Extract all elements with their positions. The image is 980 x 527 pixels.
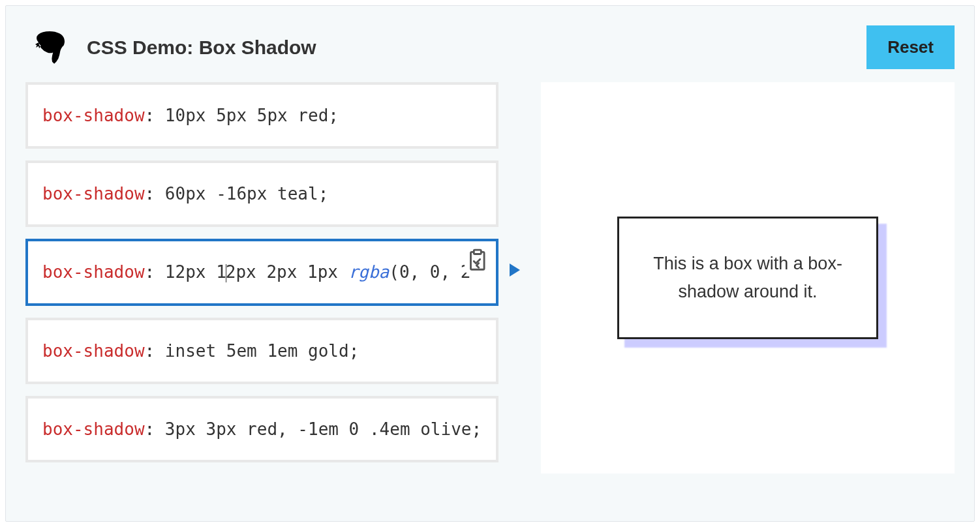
colon: : — [145, 106, 155, 125]
clipboard-icon[interactable] — [465, 248, 489, 273]
example-row: box-shadow: 12px 12px 2px 1px rgba(0, 0,… — [25, 239, 525, 306]
demo-box: This is a box with a box-shadow around i… — [617, 217, 878, 339]
examples-panel: box-shadow: 10px 5px 5px red; box-shadow… — [25, 82, 525, 474]
code-example-3[interactable]: box-shadow: 12px 12px 2px 1px rgba(0, 0,… — [25, 239, 498, 306]
colon: : — [145, 184, 155, 203]
css-property: box-shadow — [42, 184, 145, 203]
demo-container: CSS Demo: Box Shadow Reset box-shadow: 1… — [5, 5, 975, 522]
code-example-4[interactable]: box-shadow: inset 5em 1em gold; — [25, 318, 498, 384]
semicolon: ; — [349, 341, 360, 361]
css-property: box-shadow — [42, 419, 145, 439]
selected-arrow-icon — [505, 262, 525, 282]
semicolon: ; — [328, 106, 339, 125]
css-function: rgba — [348, 262, 390, 282]
example-row: box-shadow: 3px 3px red, -1em 0 .4em oli… — [25, 396, 525, 462]
svg-rect-1 — [474, 250, 481, 254]
colon: : — [145, 341, 155, 361]
css-property: box-shadow — [42, 262, 145, 282]
colon: : — [145, 419, 155, 439]
reset-button[interactable]: Reset — [866, 25, 955, 69]
example-row: box-shadow: 10px 5px 5px red; — [25, 82, 525, 149]
dino-logo-icon — [32, 27, 72, 68]
page-title: CSS Demo: Box Shadow — [87, 37, 316, 59]
css-func-args: (0, 0, 2 — [389, 262, 470, 282]
css-property: box-shadow — [42, 341, 145, 361]
header: CSS Demo: Box Shadow Reset — [6, 6, 974, 82]
header-left: CSS Demo: Box Shadow — [32, 27, 316, 68]
semicolon: ; — [471, 419, 482, 439]
css-value: inset 5em 1em gold — [165, 341, 349, 361]
css-value: 10px 5px 5px red — [165, 106, 328, 125]
example-row: box-shadow: inset 5em 1em gold; — [25, 318, 525, 384]
css-property: box-shadow — [42, 106, 145, 125]
code-example-1[interactable]: box-shadow: 10px 5px 5px red; — [25, 82, 498, 149]
colon: : — [145, 262, 155, 282]
code-example-5[interactable]: box-shadow: 3px 3px red, -1em 0 .4em oli… — [25, 396, 498, 462]
css-value: 60px -16px teal — [165, 184, 318, 203]
example-row: box-shadow: 60px -16px teal; — [25, 160, 525, 227]
css-value-part1: 12px 1 — [165, 262, 226, 282]
code-example-2[interactable]: box-shadow: 60px -16px teal; — [25, 160, 498, 227]
content-area: box-shadow: 10px 5px 5px red; box-shadow… — [6, 82, 974, 493]
preview-panel: This is a box with a box-shadow around i… — [541, 82, 955, 474]
css-value-part2: 2px 2px 1px — [226, 262, 348, 282]
css-value: 3px 3px red, -1em 0 .4em olive — [165, 419, 472, 439]
semicolon: ; — [318, 184, 329, 203]
